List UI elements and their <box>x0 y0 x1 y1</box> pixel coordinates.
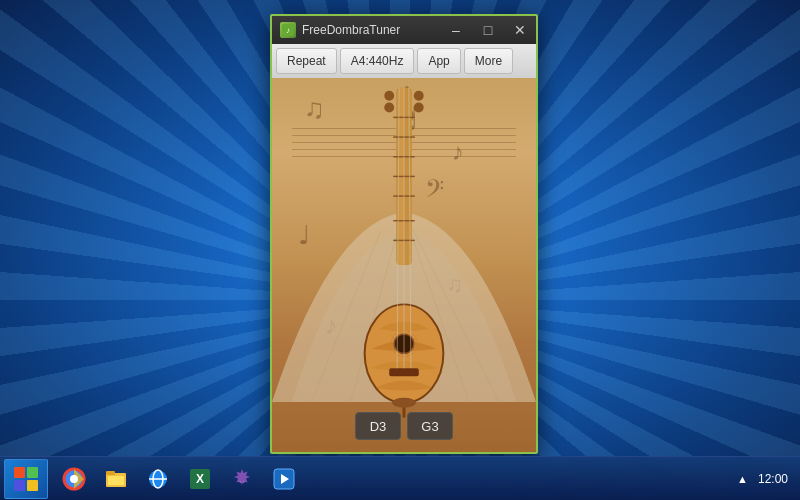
svg-rect-34 <box>108 476 124 485</box>
app-window: ♪ FreeDombraTuner – □ ✕ Repeat A4:440Hz … <box>270 14 538 454</box>
taskbar: X ▲ 12:00 <box>0 456 800 500</box>
svg-rect-33 <box>106 471 115 475</box>
app-icon: ♪ <box>280 22 296 38</box>
svg-point-28 <box>392 398 416 408</box>
system-tray: ▲ <box>737 473 748 485</box>
toolbar: Repeat A4:440Hz App More <box>272 44 536 78</box>
start-button[interactable] <box>4 459 48 499</box>
taskbar-ie-icon[interactable] <box>138 459 178 499</box>
repeat-button[interactable]: Repeat <box>276 48 337 74</box>
clock: 12:00 <box>758 472 788 486</box>
taskbar-explorer-icon[interactable] <box>96 459 136 499</box>
title-controls: – □ ✕ <box>440 16 536 44</box>
start-icon <box>14 467 38 491</box>
svg-point-31 <box>70 475 78 483</box>
title-bar: ♪ FreeDombraTuner – □ ✕ <box>272 16 536 44</box>
svg-point-16 <box>414 91 424 101</box>
main-content: 𝄞 ♩ ♫ ♪ 𝄢 ♩ ♫ ♪ <box>272 78 536 452</box>
window-title: FreeDombraTuner <box>302 23 400 37</box>
close-button[interactable]: ✕ <box>504 16 536 44</box>
minimize-button[interactable]: – <box>440 16 472 44</box>
taskbar-chrome-icon[interactable] <box>54 459 94 499</box>
svg-rect-24 <box>389 368 419 376</box>
note-g3-button[interactable]: G3 <box>407 412 453 440</box>
taskbar-excel-icon[interactable]: X <box>180 459 220 499</box>
note-buttons: D3 G3 <box>355 412 453 440</box>
svg-text:X: X <box>196 472 204 486</box>
svg-point-18 <box>414 103 424 113</box>
note-d3-button[interactable]: D3 <box>355 412 401 440</box>
app-button[interactable]: App <box>417 48 460 74</box>
taskbar-settings-icon[interactable] <box>222 459 262 499</box>
svg-point-17 <box>384 103 394 113</box>
dombyra-instrument <box>349 78 459 452</box>
svg-point-15 <box>384 91 394 101</box>
maximize-button[interactable]: □ <box>472 16 504 44</box>
more-button[interactable]: More <box>464 48 513 74</box>
svg-text:♪: ♪ <box>286 26 290 35</box>
taskbar-right-area: ▲ 12:00 <box>737 472 796 486</box>
taskbar-media-icon[interactable] <box>264 459 304 499</box>
a4hz-button[interactable]: A4:440Hz <box>340 48 415 74</box>
